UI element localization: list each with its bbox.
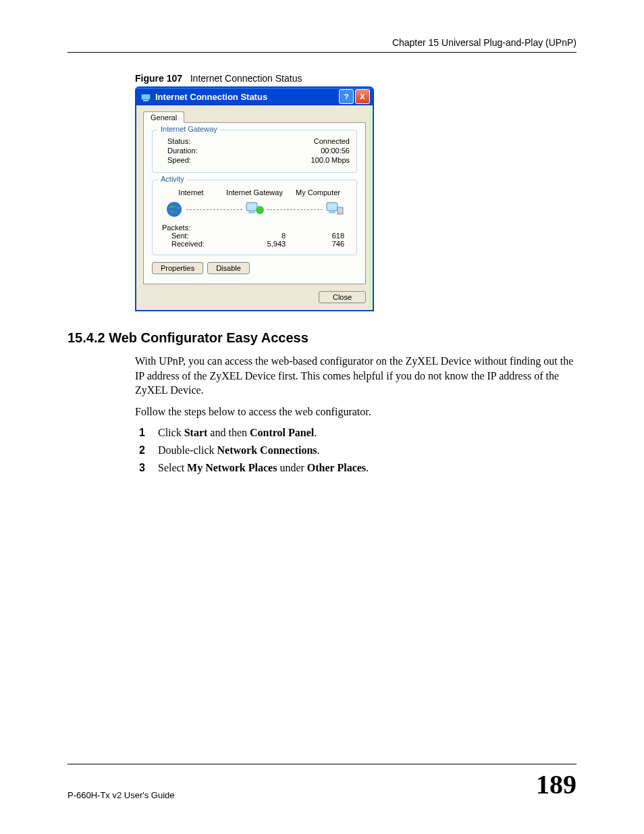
link-line xyxy=(186,209,242,210)
status-label: Status: xyxy=(167,137,190,145)
gw-sent: 8 xyxy=(232,232,291,240)
gw-recv: 5,943 xyxy=(232,240,291,248)
svg-point-5 xyxy=(256,206,264,214)
status-dialog: Internet Connection Status ? X General I… xyxy=(135,86,374,311)
my-sent: 618 xyxy=(291,232,350,240)
svg-rect-1 xyxy=(143,100,149,101)
col-mycomputer: My Computer xyxy=(286,188,350,197)
gateway-icon xyxy=(244,201,265,218)
para-1: With UPnP, you can access the web-based … xyxy=(135,354,576,398)
sent-label: Sent: xyxy=(162,232,232,240)
packets-label: Packets: xyxy=(162,224,232,232)
step-3: Select My Network Places under Other Pla… xyxy=(153,461,576,475)
close-button[interactable]: Close xyxy=(319,291,366,303)
svg-rect-8 xyxy=(338,207,343,214)
svg-rect-3 xyxy=(246,203,257,211)
status-value: Connected xyxy=(314,137,350,145)
para-2: Follow the steps below to access the web… xyxy=(135,405,576,419)
section-heading: 15.4.2 Web Configurator Easy Access xyxy=(68,330,576,346)
step-2: Double-click Network Connections. xyxy=(153,443,576,458)
activity-legend: Activity xyxy=(158,175,187,183)
speed-value: 100.0 Mbps xyxy=(311,156,350,164)
duration-value: 00:00:56 xyxy=(321,147,350,155)
speed-label: Speed: xyxy=(167,156,191,164)
chapter-header: Chapter 15 Universal Plug-and-Play (UPnP… xyxy=(68,37,576,52)
disable-button[interactable]: Disable xyxy=(207,262,250,274)
app-icon xyxy=(140,91,151,102)
col-internet: Internet xyxy=(159,188,223,197)
gateway-legend: Internet Gateway xyxy=(158,125,220,133)
figure-title: Internet Connection Status xyxy=(190,73,302,84)
figure-caption: Figure 107 Internet Connection Status xyxy=(135,73,576,84)
activity-group: Activity Internet Internet Gateway My Co… xyxy=(152,180,357,255)
svg-rect-7 xyxy=(329,211,336,213)
close-icon[interactable]: X xyxy=(355,89,370,104)
svg-rect-0 xyxy=(141,94,151,100)
help-button[interactable]: ? xyxy=(339,89,354,104)
duration-label: Duration: xyxy=(167,147,198,155)
my-recv: 746 xyxy=(291,240,350,248)
footer-guide: P-660H-Tx v2 User's Guide xyxy=(68,790,175,800)
footer-rule xyxy=(68,764,576,764)
svg-rect-4 xyxy=(248,211,255,213)
recv-label: Received: xyxy=(162,240,232,248)
dialog-titlebar[interactable]: Internet Connection Status ? X xyxy=(136,88,373,105)
step-1: Click Start and then Control Panel. xyxy=(153,425,576,440)
internet-gateway-group: Internet Gateway Status: Connected Durat… xyxy=(152,130,357,173)
svg-point-2 xyxy=(167,202,182,217)
tab-general[interactable]: General xyxy=(143,111,184,123)
page-number: 189 xyxy=(536,768,576,800)
col-gateway: Internet Gateway xyxy=(223,188,286,197)
svg-rect-6 xyxy=(327,203,338,211)
dialog-title: Internet Connection Status xyxy=(155,92,339,102)
globe-icon xyxy=(163,201,185,218)
properties-button[interactable]: Properties xyxy=(152,262,203,274)
link-line-2 xyxy=(267,209,323,210)
computer-icon xyxy=(324,201,346,218)
tab-panel: Internet Gateway Status: Connected Durat… xyxy=(143,122,366,284)
figure-number: Figure 107 xyxy=(135,73,182,84)
header-rule xyxy=(68,52,576,53)
